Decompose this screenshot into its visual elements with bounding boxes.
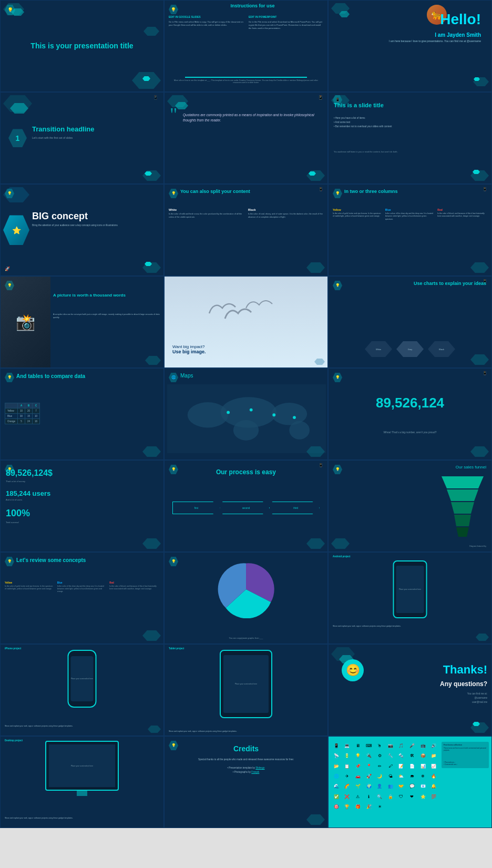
slide-15: 💡 📱 89,526,124 Whoa! That's a big number… xyxy=(328,368,492,460)
svg-point-6 xyxy=(227,411,230,414)
slide-22: iPhone project Place your screenshot her… xyxy=(0,644,164,736)
big-concept-sub: Bring the attention of your audience ove… xyxy=(32,224,161,228)
phone-icon: 📱 xyxy=(153,95,159,101)
process-title: Our process is easy xyxy=(165,468,327,476)
slide-27: 📱 💻 🖥 ⌨ 🖱 📷 🎵 🎤 📺 🔊 📡 🔋 💡 🔌 ⚙ 🔧 🔩 🛠 📦 📁 … xyxy=(328,736,492,828)
stat3-label: Total success! xyxy=(6,521,19,524)
step1: first xyxy=(172,502,220,514)
lightbulb-icon: 💡 xyxy=(333,281,342,290)
quote-text: Quotations are commonly printed as a mea… xyxy=(183,113,322,124)
stat2-label: And a lot of users xyxy=(6,498,22,501)
slide-6-items: • Here you have a list of items • And so… xyxy=(334,116,392,129)
svg-marker-14 xyxy=(456,527,469,537)
iphone-label: iPhone project xyxy=(5,647,21,650)
globe-icon: 🌐 xyxy=(169,373,178,382)
slide-13: 💡 And tables to compare data A B C Yello… xyxy=(0,368,164,460)
slide-1-title: This is your presentation title xyxy=(17,41,147,52)
col1-title: Yellow xyxy=(333,208,383,211)
tablet-mockup: Place your screenshot here xyxy=(220,650,272,718)
lightbulb-icon: 💡 xyxy=(5,373,14,382)
icons-info-panel: Free Icons collection These icons are fr… xyxy=(442,742,489,768)
iphone-screen: Place your screenshot here xyxy=(71,656,94,701)
step3: third xyxy=(272,502,320,514)
stat2: 185,244 users xyxy=(6,489,50,497)
svg-marker-10 xyxy=(442,476,484,488)
stat1: 89,526,124$ xyxy=(6,468,53,478)
th-c: C xyxy=(33,403,40,409)
slide-8: 💡 📱 You can also split your content Whit… xyxy=(164,184,328,276)
desktop-desc: Show and explain your web, app or softwa… xyxy=(5,817,159,820)
slide-1: 💡 This is your presentation title xyxy=(0,0,164,92)
col2-body: Go to the File menu and select Download … xyxy=(249,21,323,30)
contact-info: You can find me at: @username user@mail.… xyxy=(467,692,487,704)
thanks-text: Thanks! xyxy=(443,663,487,677)
big-concept-title: BIG concept xyxy=(32,211,88,222)
review-col3-body: Is the color of blood, and because of th… xyxy=(109,585,159,590)
impact-line1: Want big impact? xyxy=(172,344,206,349)
transition-number: 1 xyxy=(8,129,27,147)
slide-12: 💡 📱 Use charts to explain your ideas Whi… xyxy=(328,276,492,368)
icons-grid: 📱 💻 🖥 ⌨ 🖱 📷 🎵 🎤 📺 🔊 📡 🔋 💡 🔌 ⚙ 🔧 🔩 🛠 📦 📁 … xyxy=(331,741,439,812)
slide-8-col2-body: Is the color of coal, ebony, and of oute… xyxy=(248,213,323,219)
col1-body: Is the color of gold, butter and ripe le… xyxy=(333,212,383,218)
funnel-svg xyxy=(436,474,489,542)
slide-2-title: Instructions for use xyxy=(180,3,325,8)
slide-8-col2-title: Black xyxy=(248,208,323,211)
col2: EDIT IN POWERPOINT Go to the File menu a… xyxy=(249,15,323,30)
slide-2-note: More info on how to use this template at… xyxy=(170,79,322,84)
col1-title: EDIT IN GOOGLE SLIDES xyxy=(169,15,243,19)
stat3: 100% xyxy=(6,508,30,519)
rocket-icon: 🚀 xyxy=(5,267,10,271)
world-map xyxy=(167,383,326,454)
slide-18: 💡 Our sales funnel Diagram featured by xyxy=(328,460,492,552)
col2-title: EDIT IN POWERPOINT xyxy=(249,15,323,19)
slide-6-note: You audience will listen to you or read … xyxy=(334,150,486,154)
hex-gray: Gray xyxy=(396,341,424,357)
android-label: Android project xyxy=(333,555,351,558)
review-col1-body: Is the color of gold, butter and ripe le… xyxy=(5,585,55,590)
slide-6-title: This is a slide title xyxy=(334,102,486,108)
review-col1-title: Yellow xyxy=(5,581,55,584)
slide-12-title: Use charts to explain your ideas xyxy=(344,281,486,287)
tablet-label: Tablet project xyxy=(169,647,184,650)
data-table: A B C Yellow 10 20 7 Blue 30 15 10 xyxy=(5,403,40,424)
review-title: Let's review some concepts xyxy=(16,557,158,564)
tablet-screen: Place your screenshot here xyxy=(223,655,269,713)
impact-line2: Use big image. xyxy=(172,349,206,354)
phone-icon: 📱 xyxy=(319,463,323,467)
col2-title: Blue xyxy=(385,208,435,211)
funnel-title: Our sales funnel xyxy=(344,465,486,469)
credits-title: Credits xyxy=(165,744,327,753)
slide-21: Android project Place your screenshot he… xyxy=(328,552,492,644)
slides-grid: 💡 This is your presentation title 💡 Inst… xyxy=(0,0,492,828)
maps-title: Maps xyxy=(180,373,193,379)
tablet-desc: Show and explain your web, app or softwa… xyxy=(169,730,323,733)
big-number: 89,526,124 xyxy=(329,395,491,411)
icon-item: 📱 xyxy=(331,741,342,750)
monitor-stand xyxy=(77,791,87,796)
concept-icon: ⭐ xyxy=(3,215,29,245)
transition-headline: Transition headline xyxy=(32,125,94,133)
picture-sub: A complex idea can be conveyed with just… xyxy=(53,313,161,319)
iphone-desc: Show and explain your web, app or softwa… xyxy=(5,725,159,728)
th-b: B xyxy=(25,403,33,409)
svg-marker-11 xyxy=(447,489,478,501)
slide-4: 1 Transition headline Let's start with t… xyxy=(0,92,164,184)
android-desc: Show and explain your web, app or softwa… xyxy=(333,625,487,628)
slide-2: 💡 Instructions for use EDIT IN GOOGLE SL… xyxy=(164,0,328,92)
row1-label: Yellow xyxy=(5,409,18,414)
col1-body: Go to File menu and select Make a copy. … xyxy=(169,21,243,27)
iphone-mockup: Place your screenshot here xyxy=(68,650,97,708)
review-col2-title: Blue xyxy=(57,581,107,584)
credits-body: Special thanks to all the people who mad… xyxy=(172,758,320,774)
th-a: A xyxy=(18,403,25,409)
name-label: I am Jayden Smith xyxy=(435,32,481,38)
slide-7: 💡 ⭐ BIG concept Bring the attention of y… xyxy=(0,184,164,276)
svg-point-7 xyxy=(250,409,253,412)
phone-mockup: Place your screenshot here xyxy=(393,560,427,618)
birds-svg xyxy=(193,287,299,340)
smiley-icon: 😊 xyxy=(342,659,364,681)
hello-sub: I am here because I love to give present… xyxy=(389,39,481,43)
big-number-sub: Whoa! That's a big number, aren't you pr… xyxy=(329,431,491,434)
lightbulb-icon: 💡 xyxy=(5,557,14,566)
